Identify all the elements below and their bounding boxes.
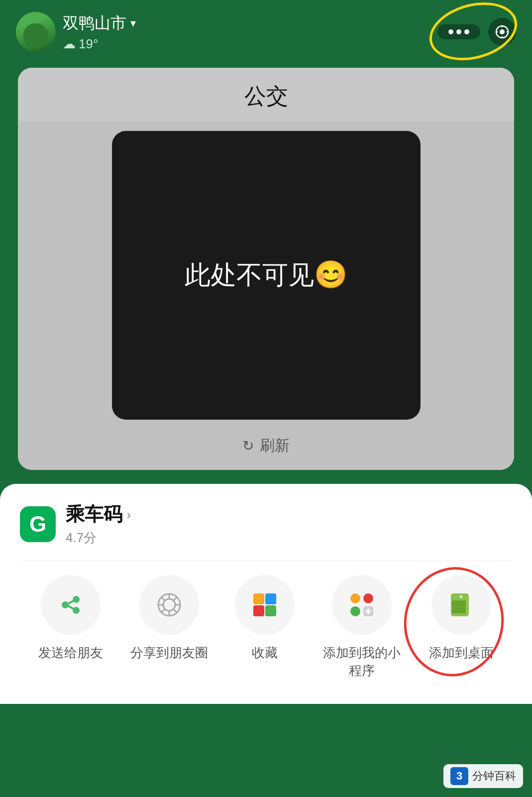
add-mini-icon [346, 589, 377, 620]
add-desktop-icon [446, 589, 477, 620]
camera-shutter-icon [154, 589, 185, 620]
chevron-right-icon: › [126, 507, 131, 523]
more-button[interactable] [437, 24, 480, 39]
dot3 [464, 29, 469, 34]
collect-label: 收藏 [252, 644, 278, 662]
bottom-sheet: G 乘车码 › 4.7分 发送给朋友 [0, 484, 532, 704]
action-row-wrapper: 发送给朋友 [20, 575, 512, 680]
refresh-icon: ↻ [242, 438, 254, 454]
svg-line-18 [161, 609, 165, 613]
add-desktop-label: 添加到桌面 [429, 644, 494, 662]
weather-info: ☁ 19° [63, 36, 136, 52]
action-share-moments: 分享到朋友圈 [130, 575, 208, 662]
svg-rect-23 [350, 593, 360, 603]
add-mini-button[interactable] [332, 575, 392, 635]
svg-rect-21 [253, 605, 264, 616]
top-bar: 双鸭山市 ▾ ☁ 19° [0, 0, 532, 60]
action-add-mini: 添加到我的小程序 [322, 575, 402, 680]
send-friend-button[interactable] [41, 575, 101, 635]
app-name-text: 乘车码 [66, 502, 122, 527]
weather-cloud-icon: ☁ [63, 36, 76, 52]
action-row: 发送给朋友 [20, 575, 512, 680]
app-rating: 4.7分 [66, 529, 131, 547]
svg-rect-20 [265, 593, 276, 604]
divider [20, 561, 512, 561]
svg-rect-31 [452, 600, 466, 613]
app-logo: G [20, 506, 56, 542]
location-dropdown-icon[interactable]: ▾ [130, 17, 136, 30]
add-desktop-button[interactable] [431, 575, 491, 635]
share-moments-label: 分享到朋友圈 [130, 644, 208, 662]
svg-point-10 [163, 599, 175, 611]
invisible-text: 此处不可见😊 [185, 258, 347, 293]
app-name[interactable]: 乘车码 › [66, 502, 131, 527]
dot1 [448, 29, 453, 34]
svg-line-17 [173, 597, 177, 601]
avatar [16, 12, 56, 52]
watermark: 3 分钟百科 [443, 764, 523, 788]
svg-point-7 [73, 607, 80, 614]
svg-line-15 [161, 597, 165, 601]
top-right-controls [437, 18, 516, 46]
qr-black-box: 此处不可见😊 [112, 131, 421, 420]
location-info: 双鸭山市 ▾ ☁ 19° [63, 12, 136, 52]
refresh-row[interactable]: ↻ 刷新 [18, 425, 514, 470]
cube-icon [249, 589, 280, 620]
dot2 [456, 29, 461, 34]
share-icon [55, 589, 86, 620]
scan-button[interactable] [488, 18, 516, 46]
temperature-text: 19° [79, 36, 98, 52]
watermark-logo-text: 3 [456, 770, 462, 783]
action-collect: 收藏 [235, 575, 295, 662]
share-moments-button[interactable] [139, 575, 199, 635]
card-title: 公交 [18, 68, 514, 121]
svg-rect-24 [363, 593, 373, 603]
svg-line-16 [173, 609, 177, 613]
svg-rect-25 [350, 606, 360, 616]
main-card: 公交 此处不可见😊 ↻ 刷新 [18, 68, 514, 470]
refresh-text: 刷新 [260, 436, 290, 456]
svg-point-6 [73, 596, 80, 603]
location-text: 双鸭山市 [63, 12, 126, 34]
add-mini-label: 添加到我的小程序 [322, 644, 402, 680]
send-friend-label: 发送给朋友 [38, 644, 103, 662]
svg-point-8 [62, 601, 69, 608]
collect-button[interactable] [235, 575, 295, 635]
action-add-desktop: 添加到桌面 [429, 575, 494, 662]
svg-rect-19 [253, 593, 264, 604]
action-send-friend: 发送给朋友 [38, 575, 103, 662]
qr-area: 此处不可见😊 [18, 121, 514, 425]
watermark-logo: 3 [450, 767, 468, 785]
app-logo-letter: G [29, 512, 46, 537]
top-left: 双鸭山市 ▾ ☁ 19° [16, 12, 136, 52]
location-name-row: 双鸭山市 ▾ [63, 12, 136, 34]
svg-rect-30 [460, 595, 462, 598]
smile-emoji: 😊 [314, 259, 347, 289]
svg-rect-22 [265, 605, 276, 616]
watermark-text: 分钟百科 [472, 769, 516, 784]
svg-point-1 [500, 29, 505, 34]
app-name-row: 乘车码 › 4.7分 [66, 502, 131, 547]
scan-icon [495, 24, 510, 39]
app-info-row: G 乘车码 › 4.7分 [20, 502, 512, 547]
